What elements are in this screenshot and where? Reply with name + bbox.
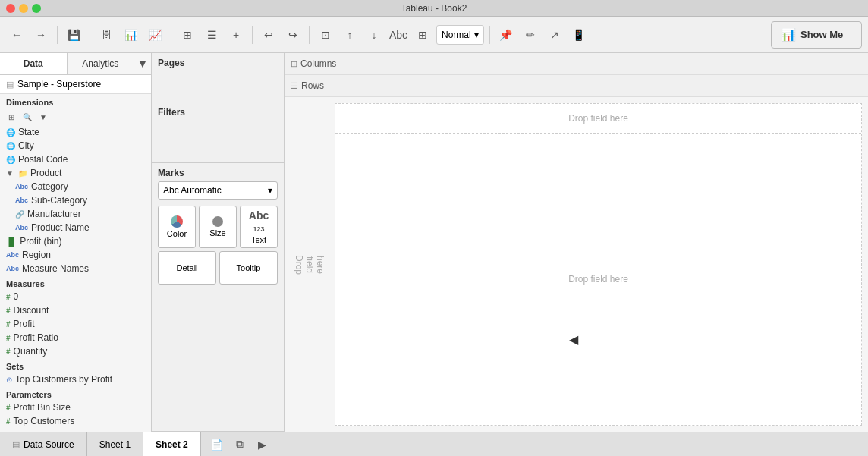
sort-asc-btn[interactable]: ↑ [339, 24, 360, 46]
sep4 [252, 26, 253, 44]
fit-btn[interactable]: ⊡ [315, 24, 336, 46]
field-product-name[interactable]: Abc Product Name [0, 221, 151, 234]
fields-grid-btn[interactable]: ⊞ [5, 110, 18, 124]
field-region[interactable]: Abc Region [0, 248, 151, 262]
hash-icon: # [6, 404, 11, 412]
dropdown-arrow: ▾ [474, 30, 479, 40]
show-me-button[interactable]: 📊 Show Me [771, 21, 862, 49]
grid-btn[interactable]: ⊞ [177, 24, 198, 46]
field-profit[interactable]: # Profit [0, 317, 151, 331]
drop-left-text: Dropfieldhere [294, 255, 326, 275]
rows-drop-zone[interactable] [329, 78, 862, 93]
drop-bottom-zone[interactable]: Drop field here [335, 134, 861, 425]
new-datasource-btn[interactable]: 🗄 [96, 24, 117, 46]
minimize-btn[interactable] [19, 4, 28, 13]
marks-title: Marks [158, 168, 278, 178]
panel-menu-btn[interactable]: ▼ [134, 53, 151, 74]
field-postal-code[interactable]: 🌐 Postal Code [0, 153, 151, 166]
window-title: Tableau - Book2 [401, 3, 467, 14]
forward-btn[interactable]: → [30, 24, 52, 46]
present-btn[interactable]: ▶ [253, 435, 272, 454]
sep5 [309, 26, 310, 44]
field-manufacturer[interactable]: 🔗 Manufacturer [0, 207, 151, 221]
size-btn[interactable]: Size [199, 206, 237, 248]
device-btn[interactable]: 📱 [568, 24, 590, 46]
status-bar: ▤ Data Source Sheet 1 Sheet 2 📄 ⧉ ▶ [0, 432, 868, 456]
sep3 [171, 26, 171, 44]
pen-btn[interactable]: ✏ [520, 24, 541, 46]
field-top-customers[interactable]: ⊙ Top Customers by Profit [0, 373, 151, 386]
lines-btn[interactable]: ☰ [201, 24, 222, 46]
sheet2-label: Sheet 2 [156, 439, 188, 450]
sort-desc-btn[interactable]: ↓ [363, 24, 385, 46]
sep2 [90, 26, 90, 44]
close-btn[interactable] [6, 4, 15, 13]
field-sub-category[interactable]: Abc Sub-Category [0, 193, 151, 207]
abc-icon: Abc [15, 224, 28, 231]
field-discount[interactable]: # Discount [0, 303, 151, 317]
maximize-btn[interactable] [32, 4, 41, 13]
field-profit-bin-size[interactable]: # Profit Bin Size [0, 401, 151, 414]
label-btn[interactable]: Abc [388, 24, 409, 46]
abc-icon: Abc [6, 265, 19, 272]
data-source-icon: ▤ [6, 80, 14, 90]
venn-icon: ⊙ [6, 376, 12, 384]
left-panel-tabs: Data Analytics ▼ [0, 53, 151, 75]
data-source-item[interactable]: ▤ Sample - Superstore [0, 75, 151, 94]
field-measure-names[interactable]: Abc Measure Names [0, 262, 151, 275]
new-sheet-btn[interactable]: 📄 [207, 435, 227, 454]
rows-label: ☰ Rows [291, 80, 324, 91]
save-btn[interactable]: 💾 [63, 24, 84, 46]
sep1 [57, 26, 58, 44]
plus-btn[interactable]: + [225, 24, 247, 46]
marks-grid: Color Size Abc123 Text [158, 206, 278, 248]
field-zero[interactable]: # 0 [0, 290, 151, 303]
tab-data[interactable]: Data [0, 53, 68, 74]
sheet1-tab[interactable]: Sheet 1 [87, 432, 143, 456]
view-mode-dropdown[interactable]: Normal ▾ [436, 25, 484, 45]
field-state[interactable]: 🌐 State [0, 125, 151, 139]
pin-btn[interactable]: 📌 [495, 24, 517, 46]
field-profit-ratio[interactable]: # Profit Ratio [0, 331, 151, 344]
columns-label: ⊞ Columns [291, 58, 336, 69]
drop-zone-main[interactable]: Drop field here Drop field here [335, 103, 862, 426]
duplicate-sheet-btn[interactable]: ⧉ [230, 435, 250, 454]
data-source-tab-icon: ▤ [12, 439, 20, 449]
columns-drop-zone[interactable] [341, 56, 862, 71]
redo-btn[interactable]: ↪ [282, 24, 303, 46]
chart-btn[interactable]: 📊 [120, 24, 141, 46]
field-quantity[interactable]: # Quantity [0, 344, 151, 358]
text-label: Text [251, 235, 266, 244]
field-category[interactable]: Abc Category [0, 180, 151, 193]
marks-type-dropdown[interactable]: Abc Automatic ▾ [158, 181, 278, 200]
title-bar: Tableau - Book2 [0, 0, 868, 17]
marks-icon-btn[interactable]: ⊞ [412, 24, 433, 46]
data-source-tab-label: Data Source [24, 439, 74, 450]
globe-icon: 🌐 [6, 156, 15, 164]
detail-btn[interactable]: Detail [158, 251, 216, 285]
drop-top-zone[interactable]: Drop field here [335, 104, 861, 134]
field-product-group[interactable]: ▼ 📁 Product [0, 166, 151, 180]
color-btn[interactable]: Color [158, 206, 196, 248]
center-panel: Pages Filters Marks Abc Automatic ▾ Colo… [152, 53, 285, 432]
tooltip-label: Tooltip [237, 263, 261, 272]
text-btn[interactable]: Abc123 Text [240, 206, 278, 248]
fields-options-btn[interactable]: ▼ [36, 110, 50, 124]
chart2-btn[interactable]: 📈 [144, 24, 165, 46]
field-top-customers-param[interactable]: # Top Customers [0, 414, 151, 428]
arrow-btn[interactable]: ↗ [544, 24, 565, 46]
tooltip-btn[interactable]: Tooltip [219, 251, 278, 285]
back-btn[interactable]: ← [6, 24, 27, 46]
sheet2-tab[interactable]: Sheet 2 [143, 432, 201, 456]
undo-btn[interactable]: ↩ [258, 24, 279, 46]
drop-field-left[interactable]: Dropfieldhere [291, 103, 329, 426]
data-source-label: Sample - Superstore [17, 79, 101, 90]
bar-icon: ▐▌ [6, 237, 17, 246]
fields-search-btn[interactable]: 🔍 [20, 110, 34, 124]
field-profit-bin[interactable]: ▐▌ Profit (bin) [0, 234, 151, 248]
data-source-tab[interactable]: ▤ Data Source [0, 432, 87, 456]
tab-analytics[interactable]: Analytics [68, 53, 135, 74]
field-city[interactable]: 🌐 City [0, 139, 151, 153]
color-label: Color [167, 229, 187, 238]
drop-field-here-top: Drop field here [568, 113, 628, 124]
